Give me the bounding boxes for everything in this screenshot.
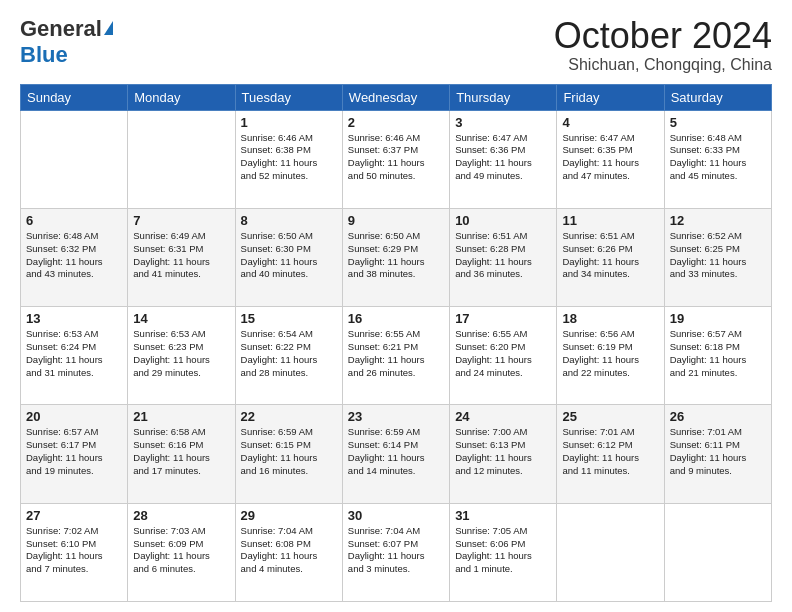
day-number: 30	[348, 508, 444, 523]
day-info: Sunrise: 6:59 AM Sunset: 6:15 PM Dayligh…	[241, 426, 337, 477]
day-info: Sunrise: 7:05 AM Sunset: 6:06 PM Dayligh…	[455, 525, 551, 576]
day-number: 31	[455, 508, 551, 523]
day-info: Sunrise: 7:00 AM Sunset: 6:13 PM Dayligh…	[455, 426, 551, 477]
day-info: Sunrise: 6:47 AM Sunset: 6:35 PM Dayligh…	[562, 132, 658, 183]
day-number: 7	[133, 213, 229, 228]
header-thursday: Thursday	[450, 84, 557, 110]
day-info: Sunrise: 7:02 AM Sunset: 6:10 PM Dayligh…	[26, 525, 122, 576]
day-number: 22	[241, 409, 337, 424]
day-number: 18	[562, 311, 658, 326]
day-info: Sunrise: 6:50 AM Sunset: 6:29 PM Dayligh…	[348, 230, 444, 281]
day-number: 16	[348, 311, 444, 326]
table-row: 26Sunrise: 7:01 AM Sunset: 6:11 PM Dayli…	[664, 405, 771, 503]
table-row: 4Sunrise: 6:47 AM Sunset: 6:35 PM Daylig…	[557, 110, 664, 208]
table-row: 16Sunrise: 6:55 AM Sunset: 6:21 PM Dayli…	[342, 307, 449, 405]
table-row: 6Sunrise: 6:48 AM Sunset: 6:32 PM Daylig…	[21, 208, 128, 306]
table-row: 1Sunrise: 6:46 AM Sunset: 6:38 PM Daylig…	[235, 110, 342, 208]
day-number: 23	[348, 409, 444, 424]
page: General Blue October 2024 Shichuan, Chon…	[0, 0, 792, 612]
day-number: 19	[670, 311, 766, 326]
table-row	[21, 110, 128, 208]
table-row	[128, 110, 235, 208]
day-info: Sunrise: 6:46 AM Sunset: 6:38 PM Dayligh…	[241, 132, 337, 183]
table-row: 24Sunrise: 7:00 AM Sunset: 6:13 PM Dayli…	[450, 405, 557, 503]
calendar-table: Sunday Monday Tuesday Wednesday Thursday…	[20, 84, 772, 602]
table-row: 7Sunrise: 6:49 AM Sunset: 6:31 PM Daylig…	[128, 208, 235, 306]
day-info: Sunrise: 6:49 AM Sunset: 6:31 PM Dayligh…	[133, 230, 229, 281]
table-row: 11Sunrise: 6:51 AM Sunset: 6:26 PM Dayli…	[557, 208, 664, 306]
header-saturday: Saturday	[664, 84, 771, 110]
month-title: October 2024	[554, 16, 772, 56]
day-number: 8	[241, 213, 337, 228]
table-row: 14Sunrise: 6:53 AM Sunset: 6:23 PM Dayli…	[128, 307, 235, 405]
table-row: 9Sunrise: 6:50 AM Sunset: 6:29 PM Daylig…	[342, 208, 449, 306]
logo: General Blue	[20, 16, 120, 68]
table-row: 10Sunrise: 6:51 AM Sunset: 6:28 PM Dayli…	[450, 208, 557, 306]
day-info: Sunrise: 6:51 AM Sunset: 6:26 PM Dayligh…	[562, 230, 658, 281]
calendar-week-2: 6Sunrise: 6:48 AM Sunset: 6:32 PM Daylig…	[21, 208, 772, 306]
day-info: Sunrise: 6:50 AM Sunset: 6:30 PM Dayligh…	[241, 230, 337, 281]
calendar-header-row: Sunday Monday Tuesday Wednesday Thursday…	[21, 84, 772, 110]
day-number: 13	[26, 311, 122, 326]
day-info: Sunrise: 6:56 AM Sunset: 6:19 PM Dayligh…	[562, 328, 658, 379]
table-row	[664, 503, 771, 601]
day-number: 1	[241, 115, 337, 130]
day-info: Sunrise: 6:57 AM Sunset: 6:18 PM Dayligh…	[670, 328, 766, 379]
table-row: 23Sunrise: 6:59 AM Sunset: 6:14 PM Dayli…	[342, 405, 449, 503]
calendar-week-1: 1Sunrise: 6:46 AM Sunset: 6:38 PM Daylig…	[21, 110, 772, 208]
day-info: Sunrise: 6:46 AM Sunset: 6:37 PM Dayligh…	[348, 132, 444, 183]
day-number: 24	[455, 409, 551, 424]
table-row: 21Sunrise: 6:58 AM Sunset: 6:16 PM Dayli…	[128, 405, 235, 503]
day-number: 15	[241, 311, 337, 326]
day-info: Sunrise: 6:57 AM Sunset: 6:17 PM Dayligh…	[26, 426, 122, 477]
table-row: 29Sunrise: 7:04 AM Sunset: 6:08 PM Dayli…	[235, 503, 342, 601]
day-info: Sunrise: 6:58 AM Sunset: 6:16 PM Dayligh…	[133, 426, 229, 477]
logo-triangle-icon	[104, 21, 113, 35]
header-tuesday: Tuesday	[235, 84, 342, 110]
table-row: 15Sunrise: 6:54 AM Sunset: 6:22 PM Dayli…	[235, 307, 342, 405]
logo-blue: Blue	[20, 42, 68, 67]
day-number: 20	[26, 409, 122, 424]
table-row: 18Sunrise: 6:56 AM Sunset: 6:19 PM Dayli…	[557, 307, 664, 405]
table-row: 13Sunrise: 6:53 AM Sunset: 6:24 PM Dayli…	[21, 307, 128, 405]
calendar-week-5: 27Sunrise: 7:02 AM Sunset: 6:10 PM Dayli…	[21, 503, 772, 601]
day-info: Sunrise: 6:54 AM Sunset: 6:22 PM Dayligh…	[241, 328, 337, 379]
table-row: 30Sunrise: 7:04 AM Sunset: 6:07 PM Dayli…	[342, 503, 449, 601]
table-row: 19Sunrise: 6:57 AM Sunset: 6:18 PM Dayli…	[664, 307, 771, 405]
table-row: 3Sunrise: 6:47 AM Sunset: 6:36 PM Daylig…	[450, 110, 557, 208]
day-number: 10	[455, 213, 551, 228]
day-number: 26	[670, 409, 766, 424]
day-info: Sunrise: 6:55 AM Sunset: 6:21 PM Dayligh…	[348, 328, 444, 379]
header: General Blue October 2024 Shichuan, Chon…	[20, 16, 772, 74]
day-info: Sunrise: 7:03 AM Sunset: 6:09 PM Dayligh…	[133, 525, 229, 576]
table-row: 22Sunrise: 6:59 AM Sunset: 6:15 PM Dayli…	[235, 405, 342, 503]
day-info: Sunrise: 6:59 AM Sunset: 6:14 PM Dayligh…	[348, 426, 444, 477]
day-number: 12	[670, 213, 766, 228]
header-monday: Monday	[128, 84, 235, 110]
day-number: 9	[348, 213, 444, 228]
day-number: 2	[348, 115, 444, 130]
day-info: Sunrise: 6:48 AM Sunset: 6:32 PM Dayligh…	[26, 230, 122, 281]
header-sunday: Sunday	[21, 84, 128, 110]
title-block: October 2024 Shichuan, Chongqing, China	[554, 16, 772, 74]
header-wednesday: Wednesday	[342, 84, 449, 110]
table-row: 8Sunrise: 6:50 AM Sunset: 6:30 PM Daylig…	[235, 208, 342, 306]
day-info: Sunrise: 6:51 AM Sunset: 6:28 PM Dayligh…	[455, 230, 551, 281]
header-friday: Friday	[557, 84, 664, 110]
day-info: Sunrise: 7:01 AM Sunset: 6:11 PM Dayligh…	[670, 426, 766, 477]
day-info: Sunrise: 7:04 AM Sunset: 6:08 PM Dayligh…	[241, 525, 337, 576]
table-row	[557, 503, 664, 601]
day-number: 3	[455, 115, 551, 130]
table-row: 12Sunrise: 6:52 AM Sunset: 6:25 PM Dayli…	[664, 208, 771, 306]
day-number: 28	[133, 508, 229, 523]
table-row: 2Sunrise: 6:46 AM Sunset: 6:37 PM Daylig…	[342, 110, 449, 208]
calendar-week-3: 13Sunrise: 6:53 AM Sunset: 6:24 PM Dayli…	[21, 307, 772, 405]
logo-general: General	[20, 16, 102, 42]
day-number: 25	[562, 409, 658, 424]
day-number: 11	[562, 213, 658, 228]
location-title: Shichuan, Chongqing, China	[554, 56, 772, 74]
table-row: 5Sunrise: 6:48 AM Sunset: 6:33 PM Daylig…	[664, 110, 771, 208]
day-info: Sunrise: 6:47 AM Sunset: 6:36 PM Dayligh…	[455, 132, 551, 183]
table-row: 20Sunrise: 6:57 AM Sunset: 6:17 PM Dayli…	[21, 405, 128, 503]
calendar-week-4: 20Sunrise: 6:57 AM Sunset: 6:17 PM Dayli…	[21, 405, 772, 503]
